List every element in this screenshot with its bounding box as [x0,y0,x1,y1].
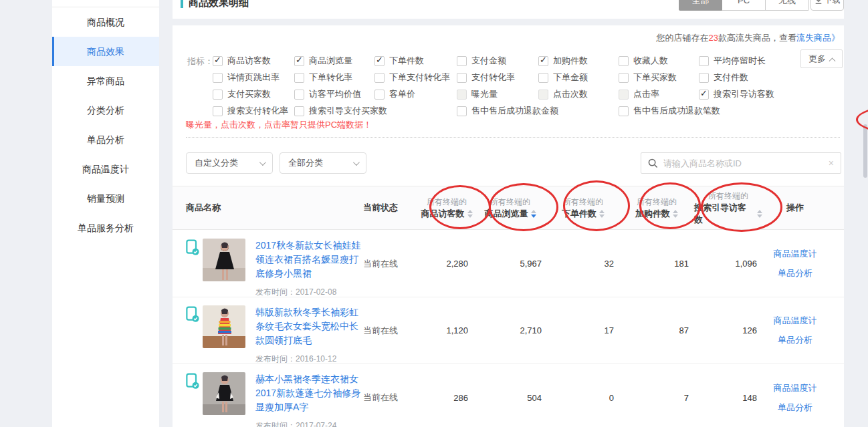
metric-checkbox-refund-amount[interactable]: 售中售后成功退款金额 [457,104,619,118]
metric-checkbox-order-pay-conversion[interactable]: 下单支付转化率 [374,70,457,85]
metric-checkbox-avg-order-value[interactable]: 客单价 [374,87,457,102]
checkbox-disabled-icon [619,90,629,100]
thermometer-link[interactable]: 商品温度计 [774,315,817,327]
sort-icon[interactable] [757,210,762,218]
product-image[interactable] [203,372,245,415]
checkbox-checked-icon[interactable] [374,56,385,66]
custom-category-select[interactable]: 自定义分类 [186,152,273,174]
metric-checkbox-product-visitors[interactable]: 商品访客数 [213,53,294,68]
metric-checkbox-order-items[interactable]: 下单件数 [374,53,457,68]
sidebar-item-category-analysis[interactable]: 分类分析 [52,96,159,125]
metric-checkbox-order-buyers[interactable]: 下单买家数 [619,70,699,85]
checkbox-icon[interactable] [619,56,629,66]
pc-only-warning: 曝光量，点击次数，点击率暂只提供PC端数据！ [186,119,372,131]
metric-checkbox-paid-items[interactable]: 支付件数 [699,70,799,85]
sidebar-item-abnormal-products[interactable]: 异常商品 [52,66,159,96]
thermometer-link[interactable]: 商品温度计 [774,248,817,260]
metric-checkbox-order-conversion[interactable]: 下单转化率 [294,70,374,85]
more-button[interactable]: 更多 [800,49,843,68]
sidebar-item-sales-forecast[interactable]: 销量预测 [52,184,159,213]
checkbox-checked-icon[interactable] [213,56,223,66]
col-header-product-visitors[interactable]: 所有终端的 商品访客数 [420,196,473,220]
checkbox-icon[interactable] [374,73,385,83]
checkbox-icon[interactable] [294,90,304,100]
metric-checkbox-favorites[interactable]: 收藏人数 [619,53,699,68]
checkbox-icon[interactable] [699,56,709,66]
checkbox-checked-icon[interactable] [699,90,709,100]
metric-checkbox-detail-bounce-rate[interactable]: 详情页跳出率 [213,70,294,85]
checkbox-checked-icon[interactable] [538,56,548,66]
segment-wireless[interactable]: 无线 [766,0,809,11]
clear-search-icon[interactable]: × [829,158,834,168]
checkbox-icon[interactable] [457,106,467,116]
checkbox-icon[interactable] [294,73,304,83]
metric-checkbox-clicks[interactable]: 点击次数 [538,87,619,102]
checkbox-icon[interactable] [294,106,304,116]
checkbox-icon[interactable] [619,106,629,116]
metric-checkbox-ctr[interactable]: 点击率 [619,87,699,102]
sort-icon[interactable] [599,210,605,218]
analysis-link[interactable]: 单品分析 [778,334,812,346]
metric-checkbox-cart-items[interactable]: 加购件数 [538,53,619,68]
checkbox-icon[interactable] [619,73,629,83]
metric-checkbox-search-pay-conversion[interactable]: 搜索支付转化率 [213,104,294,118]
sort-icon[interactable] [673,210,678,218]
download-button[interactable]: 下载 [810,0,844,11]
sidebar-item-single-item-analysis[interactable]: 单品分析 [52,125,159,154]
loss-products-link[interactable]: 流失商品》 [796,33,840,43]
col-header-cart-items[interactable]: 所有终端的 加购件数 [619,196,694,220]
metric-checkbox-product-views[interactable]: 商品浏览量 [294,53,374,68]
metric-checkbox-avg-stay-time[interactable]: 平均停留时长 [699,53,799,68]
metric-checkbox-order-amount[interactable]: 下单金额 [538,70,619,85]
checkbox-icon[interactable] [457,73,467,83]
product-search-box: × [641,152,841,174]
analysis-link[interactable]: 单品分析 [778,402,812,414]
checkbox-icon[interactable] [374,90,385,100]
chevron-down-icon [353,159,360,166]
orders-cell: 17 [547,325,619,335]
sidebar-item-single-item-service[interactable]: 单品服务分析 [52,213,159,243]
table-header: 商品名称 当前状态 所有终端的 商品访客数 所有终端的 商品浏览量 所有终端的 … [173,186,844,230]
product-title-link[interactable]: 韩版新款秋冬季长袖彩虹条纹毛衣女套头宽松中长款圆领打底毛 [255,305,363,347]
status-cell: 当前在线 [363,325,420,337]
segment-all[interactable]: 全部 [679,0,722,11]
all-category-select[interactable]: 全部分类 [280,152,366,174]
scrollbar-thumb[interactable] [863,124,867,178]
checkbox-icon[interactable] [213,73,223,83]
checkbox-icon[interactable] [213,106,223,116]
product-title-link[interactable]: 2017秋冬新款女长袖娃娃领连衣裙百搭名媛显瘦打底修身小黑裙 [255,239,363,281]
metric-checkbox-pay-conversion[interactable]: 支付转化率 [457,70,538,85]
col-header-search-guided-visitors[interactable]: 所有终端的 搜索引导访客数 [694,190,762,226]
thermometer-link[interactable]: 商品温度计 [774,382,817,394]
product-image[interactable] [203,239,245,281]
checkbox-icon[interactable] [538,73,548,83]
analysis-link[interactable]: 单品分析 [778,267,812,279]
checkbox-checked-icon[interactable] [294,56,304,66]
metric-checkbox-payment-amount[interactable]: 支付金额 [457,53,538,68]
search-input[interactable] [663,158,823,168]
metric-checkbox-refund-count[interactable]: 售中售后成功退款笔数 [619,104,799,118]
notice-count: 23 [709,33,718,43]
sidebar-item-product-effect[interactable]: 商品效果 [52,37,159,66]
metric-checkbox-impressions[interactable]: 曝光量 [457,87,538,102]
sort-icon[interactable] [467,210,473,218]
visitors-cell: 1,120 [420,325,473,335]
product-image[interactable] [203,305,245,348]
orders-cell: 0 [547,393,619,403]
metric-checkbox-avg-visitor-value[interactable]: 访客平均价值 [294,87,374,102]
sidebar-item-product-thermometer[interactable]: 商品温度计 [52,154,159,184]
checkbox-icon[interactable] [699,73,709,83]
product-title-link[interactable]: 赫本小黑裙冬季连衣裙女2017新款蓬蓬七分袖修身显瘦加厚A字 [255,372,363,414]
metric-checkbox-search-guided-buyers[interactable]: 搜索引导支付买家数 [294,104,457,118]
col-header-order-items[interactable]: 所有终端的 下单件数 [547,196,619,220]
segment-pc[interactable]: PC [722,0,766,11]
checkbox-icon[interactable] [213,90,223,100]
table-row: 韩版新款秋冬季长袖彩虹条纹毛衣女套头宽松中长款圆领打底毛 发布时间：2016-1… [173,297,844,364]
checkbox-icon[interactable] [457,56,467,66]
sidebar-item-product-overview[interactable]: 商品概况 [52,7,159,37]
sort-desc-icon[interactable] [531,210,536,218]
notice-prefix: 您的店铺存在 [657,33,709,43]
metric-checkbox-search-guided-visitors[interactable]: 搜索引导访客数 [699,87,799,102]
col-header-product-views[interactable]: 所有终端的 商品浏览量 [473,196,547,220]
metric-checkbox-paying-buyers[interactable]: 支付买家数 [213,87,294,102]
